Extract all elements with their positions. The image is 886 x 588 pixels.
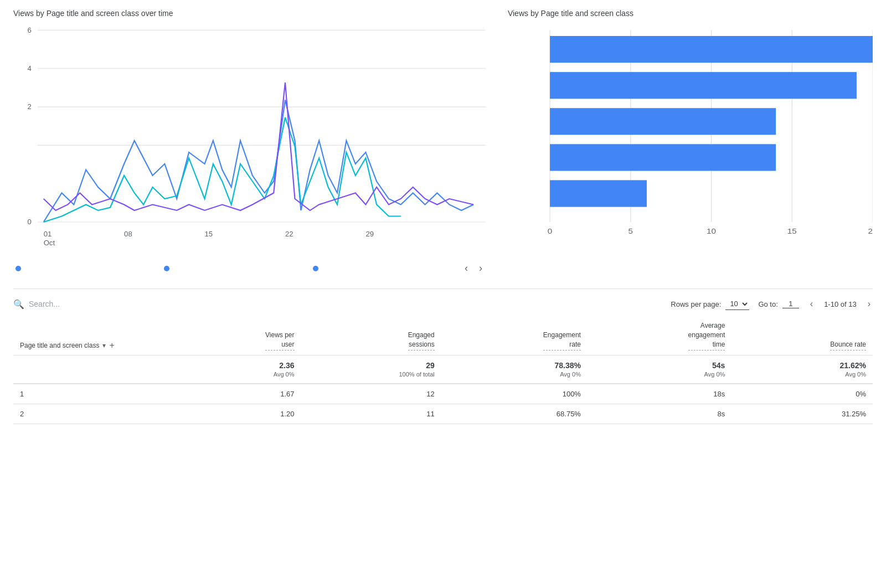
search-input[interactable] bbox=[29, 300, 140, 308]
row1-engagement-rate: 100% bbox=[441, 384, 588, 404]
svg-text:20: 20 bbox=[868, 227, 873, 235]
svg-text:6: 6 bbox=[28, 26, 32, 34]
row1-bounce-rate: 0% bbox=[732, 384, 873, 404]
search-icon: 🔍 bbox=[13, 299, 24, 310]
table-section: 🔍 Rows per page: 10 25 50 Go to: ‹ bbox=[13, 288, 873, 424]
dot-2 bbox=[164, 266, 169, 271]
row1-dimension: 1 bbox=[13, 384, 179, 404]
line-chart-svg: 6 4 2 0 01 Oct 08 15 22 29 bbox=[13, 24, 486, 257]
summary-engagement-rate: 78.38% Avg 0% bbox=[441, 355, 588, 384]
dimension-dropdown-icon[interactable]: ▾ bbox=[102, 341, 106, 350]
col-header-engagement-rate: Engagementrate bbox=[441, 317, 588, 355]
search-container: 🔍 bbox=[13, 299, 662, 310]
svg-text:2: 2 bbox=[28, 103, 32, 111]
rows-per-page-label: Rows per page: bbox=[671, 300, 721, 308]
col-header-avg-engagement: Averageengagementtime bbox=[588, 317, 732, 355]
col-engagement-rate-label: Engagementrate bbox=[543, 331, 581, 351]
page-info: 1-10 of 13 bbox=[824, 300, 857, 308]
svg-text:Oct: Oct bbox=[44, 239, 55, 247]
summary-engaged-sessions: 29 100% of total bbox=[301, 355, 441, 384]
summary-row: 2.36 Avg 0% 29 100% of total 78.38% Avg … bbox=[13, 355, 873, 384]
svg-text:15: 15 bbox=[787, 227, 797, 235]
main-container: Views by Page title and screen class ove… bbox=[0, 0, 886, 433]
line-chart-section: Views by Page title and screen class ove… bbox=[13, 9, 486, 275]
col-views-label: Views peruser bbox=[265, 331, 294, 351]
row2-views-per-user: 1.20 bbox=[179, 404, 301, 424]
col-header-engaged-sessions: Engagedsessions bbox=[301, 317, 441, 355]
svg-text:15: 15 bbox=[205, 230, 213, 238]
prev-page-btn[interactable]: ‹ bbox=[808, 298, 815, 310]
summary-dimension bbox=[13, 355, 179, 384]
svg-text:0: 0 bbox=[28, 218, 32, 226]
col-header-bounce-rate: Bounce rate bbox=[732, 317, 873, 355]
chart-prev-btn[interactable]: ‹ bbox=[461, 261, 471, 275]
col-header-dimension: Page title and screen class ▾ + bbox=[13, 317, 179, 355]
pagination-controls: Rows per page: 10 25 50 Go to: ‹ 1-10 of… bbox=[671, 298, 873, 310]
goto-container: Go to: bbox=[758, 300, 799, 308]
col-avg-engagement-label: Averageengagementtime bbox=[688, 321, 725, 350]
summary-bounce-rate: 21.62% Avg 0% bbox=[732, 355, 873, 384]
table-row: 1 1.67 12 100% 18s 0% bbox=[13, 384, 873, 404]
chart-pagination: ‹ › bbox=[13, 261, 486, 275]
svg-text:22: 22 bbox=[285, 230, 293, 238]
dot-3 bbox=[313, 266, 318, 271]
row2-avg-engagement: 8s bbox=[588, 404, 732, 424]
dot-1 bbox=[16, 266, 21, 271]
bar-5 bbox=[550, 180, 647, 207]
table-header-row: Page title and screen class ▾ + Views pe… bbox=[13, 317, 873, 355]
rows-per-page: Rows per page: 10 25 50 bbox=[671, 298, 749, 310]
bar-chart-container: 0 5 10 15 20 bbox=[508, 24, 873, 257]
summary-avg-engagement: 54s Avg 0% bbox=[588, 355, 732, 384]
svg-text:5: 5 bbox=[628, 227, 633, 235]
line-chart-container: 6 4 2 0 01 Oct 08 15 22 29 bbox=[13, 24, 486, 257]
line-chart-title: Views by Page title and screen class ove… bbox=[13, 9, 486, 18]
svg-text:08: 08 bbox=[124, 230, 132, 238]
bar-chart-title: Views by Page title and screen class bbox=[508, 9, 873, 18]
row2-dimension: 2 bbox=[13, 404, 179, 424]
bar-2 bbox=[550, 72, 857, 99]
bar-1 bbox=[550, 36, 873, 63]
row1-avg-engagement: 18s bbox=[588, 384, 732, 404]
purple-line bbox=[44, 82, 473, 210]
rows-per-page-select[interactable]: 10 25 50 bbox=[725, 298, 749, 310]
bar-4 bbox=[550, 144, 776, 171]
col-bounce-rate-label: Bounce rate bbox=[830, 340, 866, 351]
bar-chart-section: Views by Page title and screen class 0 5… bbox=[508, 9, 873, 275]
goto-label: Go to: bbox=[758, 300, 777, 308]
table-row: 2 1.20 11 68.75% 8s 31.25% bbox=[13, 404, 873, 424]
charts-row: Views by Page title and screen class ove… bbox=[13, 9, 873, 275]
bar-chart-svg: 0 5 10 15 20 bbox=[508, 24, 873, 257]
row1-engaged-sessions: 12 bbox=[301, 384, 441, 404]
row2-engagement-rate: 68.75% bbox=[441, 404, 588, 424]
blue-line bbox=[44, 100, 473, 223]
svg-text:01: 01 bbox=[44, 230, 52, 238]
svg-text:29: 29 bbox=[365, 230, 374, 238]
svg-text:0: 0 bbox=[548, 227, 553, 235]
row2-engaged-sessions: 11 bbox=[301, 404, 441, 424]
add-dimension-btn[interactable]: + bbox=[109, 341, 114, 350]
svg-text:10: 10 bbox=[707, 227, 716, 235]
goto-input[interactable] bbox=[782, 300, 799, 308]
row1-views-per-user: 1.67 bbox=[179, 384, 301, 404]
bar-3 bbox=[550, 108, 776, 135]
table-toolbar: 🔍 Rows per page: 10 25 50 Go to: ‹ bbox=[13, 298, 873, 310]
next-page-btn[interactable]: › bbox=[866, 298, 873, 310]
svg-text:4: 4 bbox=[28, 64, 32, 73]
summary-views-per-user: 2.36 Avg 0% bbox=[179, 355, 301, 384]
chart-next-btn[interactable]: › bbox=[476, 261, 486, 275]
col-dimension-label: Page title and screen class bbox=[20, 341, 99, 350]
col-engaged-label: Engagedsessions bbox=[408, 331, 435, 351]
data-table: Page title and screen class ▾ + Views pe… bbox=[13, 317, 873, 424]
row2-bounce-rate: 31.25% bbox=[732, 404, 873, 424]
col-header-views-per-user: Views peruser bbox=[179, 317, 301, 355]
